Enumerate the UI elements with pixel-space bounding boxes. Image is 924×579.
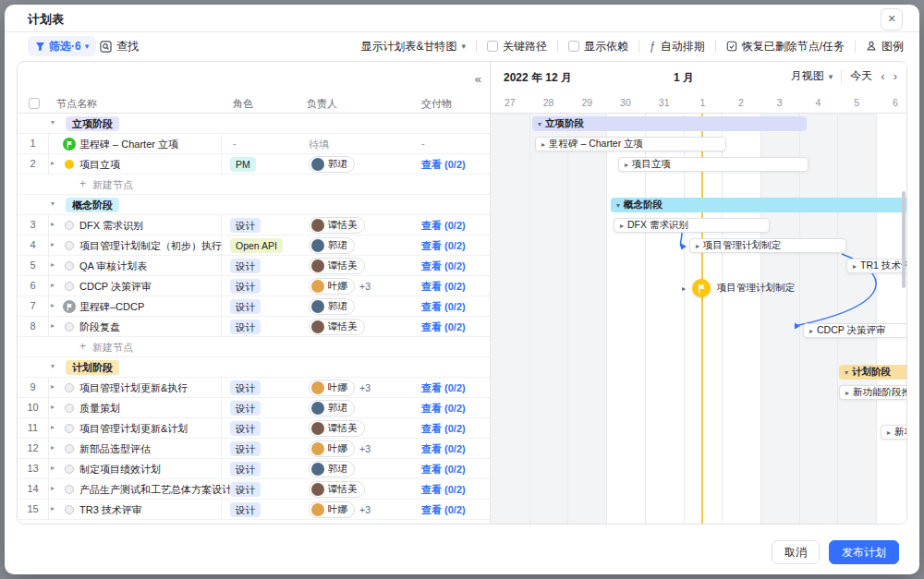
group-row[interactable]: ▾概念阶段 <box>18 195 490 215</box>
chevron-right-icon[interactable]: ▸ <box>51 443 55 452</box>
gantt-task-bar[interactable]: ▸新功能阶段推广 <box>839 385 907 400</box>
gantt-task-bar[interactable]: ▸DFX 需求识别 <box>614 218 770 233</box>
auto-schedule-button[interactable]: ƒ 自动排期 <box>650 39 705 54</box>
chevron-right-icon[interactable]: ▸ <box>51 220 55 228</box>
group-row[interactable]: ▾计划阶段 <box>18 357 490 378</box>
view-deliverables-link[interactable]: 查看 (0/2) <box>421 320 466 334</box>
today-button[interactable]: 今天 <box>850 68 872 84</box>
chevron-right-icon[interactable]: ▸ <box>51 504 55 513</box>
table-row[interactable]: 4▸项目管理计划制定（初步）执行Open API郭珺查看 (0/2) <box>18 235 490 256</box>
find-button[interactable]: 查找 <box>100 36 139 56</box>
chevron-right-icon[interactable]: ▸ <box>51 423 55 431</box>
table-row[interactable]: 7▸里程碑–CDCP设计郭珺查看 (0/2) <box>18 296 490 317</box>
collapse-panel-icon[interactable]: « <box>475 72 481 86</box>
owner-name: 郭珺 <box>328 300 347 313</box>
table-row[interactable]: 13▸制定项目绩效计划设计郭珺查看 (0/2) <box>18 459 490 479</box>
display-mode-dropdown[interactable]: 显示计划表&甘特图 ▾ <box>360 39 466 54</box>
vertical-scrollbar[interactable] <box>902 191 906 288</box>
chevron-down-icon[interactable]: ▾ <box>51 362 55 370</box>
table-header: 节点名称 角色 负责人 交付物 <box>18 93 490 114</box>
view-deliverables-link[interactable]: 查看 (0/2) <box>421 483 466 497</box>
table-row[interactable]: 2▸项目立项PM郭珺查看 (0/2) <box>18 154 490 175</box>
owner-name: 郭珺 <box>328 463 347 476</box>
view-mode-dropdown[interactable]: 月视图 ▾ <box>791 68 833 84</box>
restore-icon <box>726 41 737 52</box>
view-deliverables-link[interactable]: 查看 (0/2) <box>421 422 466 436</box>
view-deliverables-link[interactable]: 查看 (0/2) <box>421 158 466 172</box>
owner-chip: 谭恬美 <box>309 481 365 498</box>
add-node-row[interactable]: +新建节点 <box>18 175 490 195</box>
prev-period-button[interactable]: ‹ <box>881 69 884 83</box>
gantt-task-bar[interactable]: ▸新功能 <box>881 425 907 440</box>
table-row[interactable]: 9▸项目管理计划更新&执行设计叶娜+3查看 (0/2) <box>18 378 490 398</box>
view-deliverables-link[interactable]: 查看 (0/2) <box>421 442 466 456</box>
view-deliverables-link[interactable]: 查看 (0/2) <box>421 503 466 517</box>
table-row[interactable]: 15▸TR3 技术评审设计叶娜+3查看 (0/2) <box>18 500 490 520</box>
view-deliverables-link[interactable]: 查看 (0/2) <box>421 239 466 253</box>
filter-button[interactable]: 筛选·6 ▾ <box>28 36 96 56</box>
dialog-title: 计划表 <box>28 11 64 28</box>
next-period-button[interactable]: › <box>894 69 897 83</box>
chevron-right-icon[interactable]: ▸ <box>51 240 55 248</box>
table-row[interactable]: 12▸新部品选型评估设计叶娜+3查看 (0/2) <box>18 439 490 459</box>
role-badge: 设计 <box>230 502 261 517</box>
table-row[interactable]: 6▸CDCP 决策评审设计叶娜+3查看 (0/2) <box>18 276 490 296</box>
table-row[interactable]: 8▸阶段复盘设计谭恬美查看 (0/2) <box>18 317 490 337</box>
chevron-down-icon[interactable]: ▾ <box>51 199 55 208</box>
restore-deleted-button[interactable]: 恢复已删除节点/任务 <box>726 39 845 54</box>
gantt-bar-label: 项目管理计划制定 <box>703 239 781 252</box>
view-deliverables-link[interactable]: 查看 (0/2) <box>421 259 466 273</box>
view-deliverables-link[interactable]: 查看 (0/2) <box>421 402 466 416</box>
close-button[interactable]: ✕ <box>881 8 903 30</box>
chevron-right-icon[interactable]: ▸ <box>51 159 55 167</box>
add-node-row[interactable]: +新建节点 <box>18 337 490 357</box>
gantt-bar-label: 里程碑 – Charter 立项 <box>549 138 643 151</box>
column-divider <box>48 134 49 153</box>
column-divider <box>48 215 49 235</box>
view-deliverables-link[interactable]: 查看 (0/2) <box>421 381 466 395</box>
view-deliverables-link[interactable]: 查看 (0/2) <box>421 280 466 294</box>
chevron-right-icon[interactable]: ▸ <box>51 484 55 492</box>
table-row[interactable]: 3▸DFX 需求识别设计谭恬美查看 (0/2) <box>18 215 490 235</box>
table-row[interactable]: 1里程碑 – Charter 立项-待填- <box>18 134 490 154</box>
chevron-right-icon[interactable]: ▸ <box>51 382 55 391</box>
owner-name: 叶娜 <box>328 442 347 455</box>
chevron-down-icon[interactable]: ▾ <box>51 118 55 127</box>
show-dependency-toggle[interactable]: 显示依赖 <box>568 39 628 54</box>
chevron-right-icon[interactable]: ▸ <box>51 321 55 330</box>
table-row[interactable]: 5▸QA 审核计划表设计谭恬美查看 (0/2) <box>18 256 490 276</box>
day-tick: 30 <box>606 97 645 108</box>
chevron-right-icon[interactable]: ▸ <box>51 281 55 289</box>
avatar <box>311 442 324 455</box>
gantt-task-bar[interactable]: ▸CDCP 决策评审 <box>803 323 907 338</box>
view-deliverables-link[interactable]: 查看 (0/2) <box>421 219 466 233</box>
chevron-right-icon[interactable]: ▸ <box>51 260 55 269</box>
gantt-stage-bar[interactable]: ▾立项阶段 <box>532 116 807 131</box>
cancel-button[interactable]: 取消 <box>772 540 820 564</box>
owner-chip: 叶娜 <box>309 440 355 457</box>
select-all-checkbox[interactable] <box>29 98 40 109</box>
view-deliverables-link[interactable]: 查看 (0/2) <box>421 300 466 314</box>
legend-button[interactable]: 图例 <box>866 39 904 54</box>
chevron-right-icon[interactable]: ▸ <box>51 403 55 411</box>
status-todo-icon <box>65 424 74 433</box>
gantt-task-bar[interactable]: ▸里程碑 – Charter 立项 <box>535 137 726 151</box>
gantt-task-bar[interactable]: ▸TR1 技术评审 <box>846 259 907 273</box>
gantt-task-bar[interactable]: ▸项目管理计划制定 <box>689 238 846 253</box>
gantt-milestone[interactable]: ▸项目管理计划制定 <box>682 279 795 297</box>
critical-path-toggle[interactable]: 关键路径 <box>487 39 547 54</box>
day-gridline <box>645 114 646 525</box>
publish-plan-button[interactable]: 发布计划 <box>829 540 899 564</box>
view-deliverables-link[interactable]: 查看 (0/2) <box>421 463 466 476</box>
chevron-right-icon[interactable]: ▸ <box>51 301 55 309</box>
table-row[interactable]: 14▸产品生产测试和工艺总体方案设计设计谭恬美查看 (0/2) <box>18 479 490 500</box>
row-number: 2 <box>18 158 48 169</box>
gantt-stage-bar[interactable]: ▾计划阶段 <box>839 365 907 380</box>
table-row[interactable]: 10▸质量策划设计郭珺查看 (0/2) <box>18 398 490 418</box>
avatar <box>311 239 324 252</box>
table-row[interactable]: 11▸项目管理计划更新&计划设计谭恬美查看 (0/2) <box>18 418 490 439</box>
gantt-task-bar[interactable]: ▸项目立项 <box>618 157 808 172</box>
group-row[interactable]: ▾立项阶段 <box>18 114 490 134</box>
gantt-stage-bar[interactable]: ▾概念阶段 <box>611 198 907 212</box>
chevron-right-icon[interactable]: ▸ <box>51 464 55 472</box>
